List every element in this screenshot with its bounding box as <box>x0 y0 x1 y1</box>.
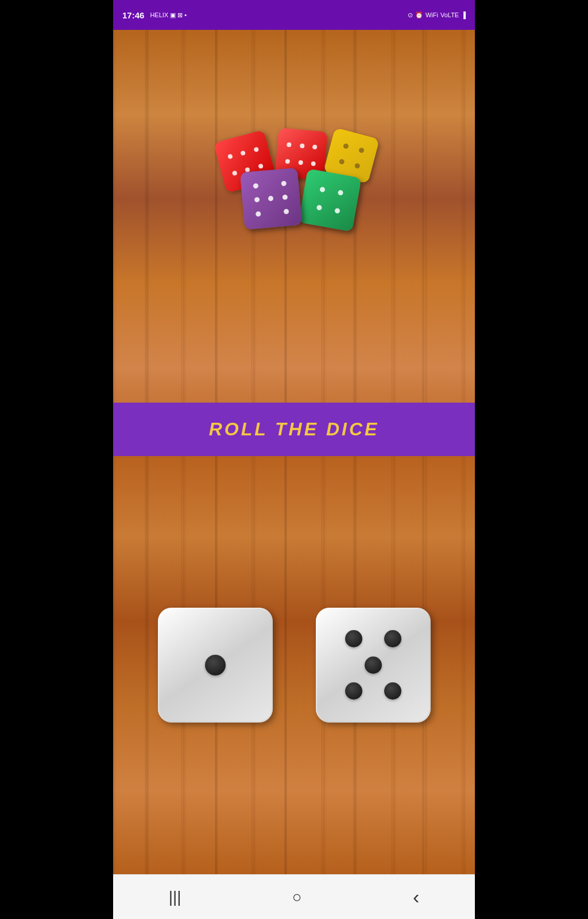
decorative-die-green <box>298 169 361 232</box>
dot <box>253 183 259 189</box>
die2-dot-2 <box>384 630 401 647</box>
right-black-bar <box>475 0 588 919</box>
dot <box>240 150 246 156</box>
status-time: 17:46 HELIX ▣ ⊠ • <box>122 10 187 20</box>
time-display: 17:46 <box>122 10 144 20</box>
decorative-die-purple <box>240 168 302 230</box>
nav-bar: ||| ○ ‹ <box>113 874 475 919</box>
dot <box>311 161 316 167</box>
lower-section <box>113 456 475 875</box>
dot <box>254 197 260 203</box>
dot <box>281 181 287 187</box>
die2-dot-3 <box>365 657 382 674</box>
dot <box>298 160 303 165</box>
dot <box>338 190 343 195</box>
dot <box>319 186 325 192</box>
dot <box>354 163 360 169</box>
dot <box>312 145 318 150</box>
result-die-1[interactable] <box>158 608 273 723</box>
dot <box>287 142 292 148</box>
result-die-2[interactable] <box>316 608 431 723</box>
upper-section <box>113 30 475 403</box>
roll-button-container[interactable]: ROLL THE DICE <box>113 403 475 456</box>
dot <box>338 159 345 165</box>
dot <box>268 196 274 202</box>
dot <box>316 205 322 211</box>
wifi-icon: WiFi <box>425 11 438 18</box>
dot <box>282 195 288 200</box>
menu-button[interactable]: ||| <box>152 882 199 912</box>
dice-illustration <box>208 124 380 285</box>
home-button[interactable]: ○ <box>275 882 319 912</box>
battery-icon: ▐ <box>461 11 466 18</box>
dot <box>227 154 233 160</box>
alarm-icon: ⏰ <box>415 11 423 19</box>
dot <box>258 164 264 169</box>
phone-frame: 17:46 HELIX ▣ ⊠ • ⊙ ⏰ WiFi VoLTE ▐ <box>113 0 475 919</box>
signal-icon: VoLTE <box>440 11 459 18</box>
roll-dice-button[interactable]: ROLL THE DICE <box>113 403 475 456</box>
die2-dot-4 <box>345 682 362 700</box>
back-button[interactable]: ‹ <box>396 880 436 914</box>
status-indicators: HELIX ▣ ⊠ • <box>150 11 187 19</box>
dot <box>256 211 261 217</box>
main-content: ROLL THE DICE <box>113 30 475 874</box>
die1-dot-center <box>205 655 226 675</box>
dot <box>253 146 259 152</box>
dot <box>358 147 365 153</box>
dot <box>285 159 291 164</box>
roll-button-label: ROLL THE DICE <box>209 419 380 440</box>
status-right-icons: ⊙ ⏰ WiFi VoLTE ▐ <box>408 11 466 19</box>
status-bar: 17:46 HELIX ▣ ⊠ • ⊙ ⏰ WiFi VoLTE ▐ <box>113 0 475 30</box>
die2-dot-5 <box>384 682 401 700</box>
dot <box>343 143 349 149</box>
dot <box>231 171 237 176</box>
dot <box>335 208 341 214</box>
dot <box>299 144 304 149</box>
left-black-bar <box>0 0 113 919</box>
dot <box>283 208 289 214</box>
die2-dot-1 <box>345 630 362 647</box>
battery-save-icon: ⊙ <box>408 11 413 19</box>
